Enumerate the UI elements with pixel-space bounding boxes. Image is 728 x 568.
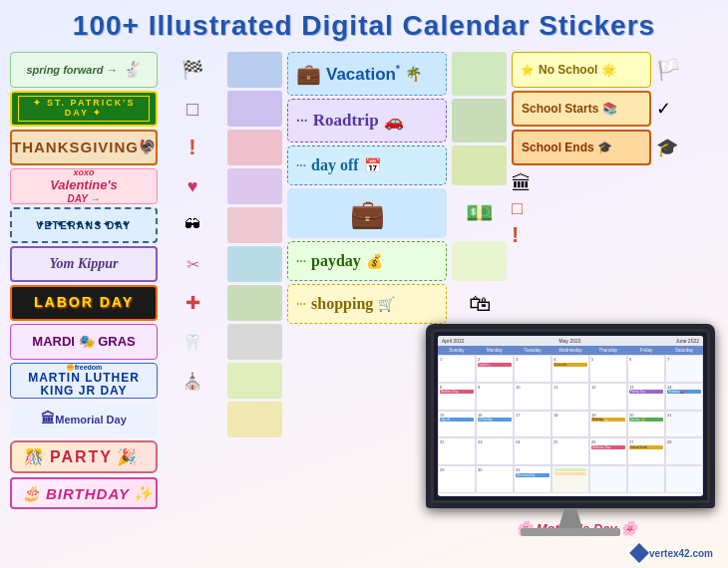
laborday-text: LABOR DAY [34,295,134,310]
cal-cell-3: 3 [514,355,551,383]
cal-month-2: May 2022 [559,338,581,344]
icon-flag: 🏁 [168,52,217,88]
no-school-row: ⭐ No School 🌟 🏳️ [512,52,681,88]
icons-column: 🏁 □ ! ♥ 🕶 ✂ ✚ 🦷 ⛪ [163,52,222,540]
sticker-vacation: 💼 Vacation* 🌴 [287,52,447,96]
sticker-payday: ··· payday 💰 [287,241,447,281]
cal-cell-19: 19Birthday 🎂 [589,411,627,438]
day-wed: Wednesday [551,347,589,354]
sticker-st-patricks: ✦ ST. PATRICK'S DAY ✦ [10,91,158,127]
cal-cell-23: 23 [476,437,514,465]
school-starts-row: School Starts 📚 ✓ [512,91,671,127]
birthday-icon-right: ✨ [134,484,154,502]
kingjr-text: KING JR DAY [40,385,127,398]
cal-cell-30: 30 [476,465,514,493]
memorial-text: Memorial Day [55,414,127,426]
party-text: PARTY [50,448,113,466]
sticker-dayoff: ··· day off 📅 [287,145,447,185]
sticker-thanksgiving: THANKSGIVING 🦃 [10,130,158,165]
page-title: 100+ Illustrated Digital Calendar Sticke… [10,10,718,42]
icon-cross: ✚ [168,285,217,321]
sticker-spring-text: spring forward → [26,64,117,76]
sticker-memorial: 🏛 Memorial Day [10,402,158,437]
dayoff-text: day off [311,156,359,174]
cal-cell-empty-3 [665,465,703,493]
cal-cell-empty-2 [627,465,665,493]
yomkippur-text: Yom Kippur [50,256,119,271]
dots-shopping: ··· [296,297,306,311]
vacation-text: Vacation* [326,64,400,85]
birthday-icon-left: 🎂 [22,484,42,502]
right-icons-row: 🏛 □ ! [512,172,532,248]
mardi-text: MARDI 🎭 GRAS [32,335,135,349]
monitor-bezel: April 2022 May 2022 June 2022 Sunday Mon… [426,324,715,508]
right-icons-col: 🏛 □ ! [512,172,532,248]
bottom-special: 🎊 PARTY 🎉 🎂 BIRTHDAY ✨ [10,440,158,509]
money-icon: 💰 [366,253,383,269]
shopping-text: shopping [311,295,373,313]
icon-square: □ [168,91,217,127]
cal-cell-9: 9 [476,383,514,411]
dots-dayoff: ··· [296,158,306,172]
luggage-icon: 💼 [296,62,321,86]
calendar-preview: April 2022 May 2022 June 2022 Sunday Mon… [438,336,703,496]
cal-cell-26: 26Wellness Day [589,437,627,465]
cal-cell-10: 10 [514,383,551,411]
monitor-screen: April 2022 May 2022 June 2022 Sunday Mon… [431,329,710,503]
cal-cell-20: 20payday 💰 [627,411,665,438]
cal-cell-17: 17 [514,411,551,438]
calendar-grid: 1 2Taylor's... 3 4Cinco de... 5 6 7 8Mot… [438,355,703,493]
icon-tooth: 🦷 [168,324,217,360]
icon-church: ⛪ [168,363,217,399]
cal-cell-11: 11 [551,383,589,411]
vertex-diamond [629,543,649,563]
sticker-no-school: ⭐ No School 🌟 [512,52,651,88]
mbar-green-3 [452,145,507,185]
holiday-stickers-column: spring forward → 🐇 ✦ ST. PATRICK'S DAY ✦… [10,52,158,540]
bar-yellow [227,402,282,437]
school-starts-text: School Starts 📚 [522,102,617,116]
cal-cell-15: 15day off [438,411,476,438]
sticker-yomkippur: Yom Kippur [10,246,158,282]
school-ends-row: School Ends 🎓 🎓 [512,130,678,165]
monitor-display: April 2022 May 2022 June 2022 Sunday Mon… [421,324,720,533]
cart-icon: 🛒 [378,296,395,312]
sticker-party: 🎊 PARTY 🎉 [10,440,158,473]
right-icon-3: ! [512,222,532,248]
icon-shopping-bag: 🛍 [452,284,507,324]
sticker-valentines: xoxo Valentine's DAY → [10,168,158,204]
dots-payday: ··· [296,254,306,268]
sticker-laborday: LABOR DAY [10,285,158,321]
mbar-green-4 [452,241,507,281]
cal-cell-28: 28 [665,437,703,465]
checkmark-icon-right: ✓ [656,98,671,120]
mbar-green-2 [452,99,507,142]
school-ends-text: School Ends 🎓 [522,141,612,154]
memorial-icon: 🏛 [41,412,55,426]
cal-cell-22: 22 [438,437,476,465]
day-tue: Tuesday [514,347,551,354]
right-icon-1: 🏛 [512,172,532,195]
icon-glasses: 🕶 [168,207,217,243]
thanksgiving-text: THANKSGIVING [12,140,139,156]
star-icon: ⭐ [521,64,535,77]
cal-cell-24: 24 [514,437,551,465]
car-icon: 🚗 [384,112,404,131]
cal-cell-25: 25 [551,437,589,465]
cal-cell-21: 21 [665,411,703,438]
cal-month-3: June 2022 [676,338,699,344]
graduate-icon-right: 🎓 [656,137,678,158]
party-icon-right: 🎉 [117,447,139,466]
bar-pink-2 [227,207,282,243]
bar-light-green [227,363,282,399]
cal-cell-29: 29 [438,465,476,493]
cal-month-1: April 2022 [442,338,465,344]
monitor-stand-base [521,528,620,536]
cal-cell-6: 6 [627,355,665,383]
cal-cell-13: 13Family Trip [627,383,665,411]
calendar-days-header: Sunday Monday Tuesday Wednesday Thursday… [438,346,703,355]
sticker-spring-forward: spring forward → 🐇 [10,52,158,88]
icon-heart: ♥ [168,168,217,204]
icon-scissors: ✂ [168,246,217,282]
cal-cell-27: 27School Ends [627,437,665,465]
